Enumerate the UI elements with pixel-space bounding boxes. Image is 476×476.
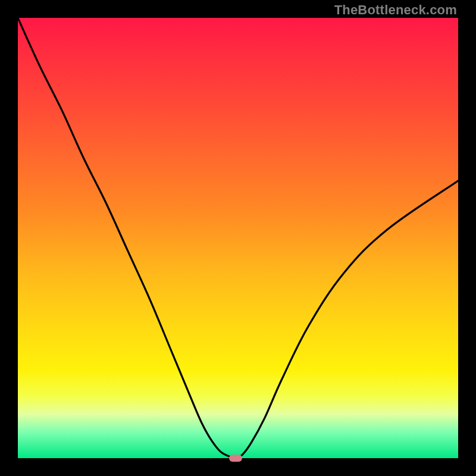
watermark-text: TheBottleneck.com — [334, 2, 457, 18]
bottleneck-curve — [18, 18, 458, 458]
chart-frame: TheBottleneck.com — [0, 0, 476, 476]
plot-area — [18, 18, 458, 458]
bottleneck-marker — [229, 455, 242, 462]
